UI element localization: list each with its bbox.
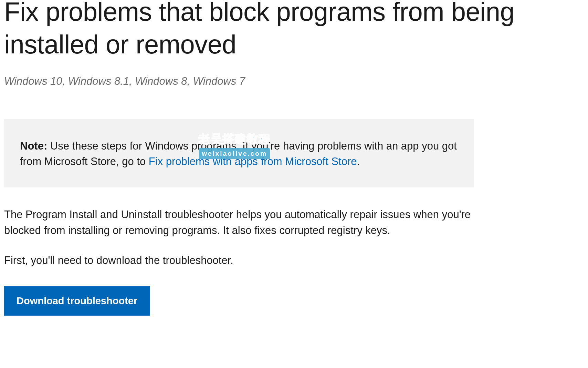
page-title: Fix problems that block programs from be…: [4, 0, 584, 61]
note-text-after: .: [357, 155, 360, 167]
download-troubleshooter-button[interactable]: Download troubleshooter: [4, 286, 150, 316]
instruction-paragraph: First, you'll need to download the troub…: [4, 253, 479, 269]
intro-paragraph: The Program Install and Uninstall troubl…: [4, 207, 479, 239]
note-store-link[interactable]: Fix problems with apps from Microsoft St…: [149, 155, 357, 167]
applies-to-text: Windows 10, Windows 8.1, Windows 8, Wind…: [4, 75, 584, 88]
note-label: Note:: [20, 140, 47, 152]
note-callout: 老吴搭建教程 weixiaolive.com Note: Use these s…: [4, 119, 474, 187]
